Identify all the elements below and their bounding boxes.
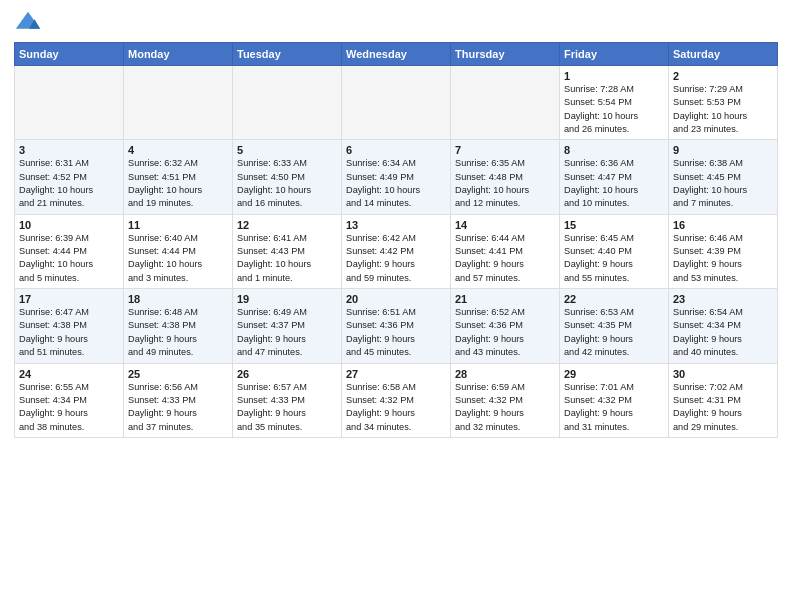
calendar-cell: 23Sunrise: 6:54 AM Sunset: 4:34 PM Dayli… [669, 289, 778, 363]
logo [14, 10, 46, 38]
day-info: Sunrise: 6:39 AM Sunset: 4:44 PM Dayligh… [19, 232, 119, 285]
day-info: Sunrise: 6:42 AM Sunset: 4:42 PM Dayligh… [346, 232, 446, 285]
day-info: Sunrise: 6:47 AM Sunset: 4:38 PM Dayligh… [19, 306, 119, 359]
calendar-cell: 19Sunrise: 6:49 AM Sunset: 4:37 PM Dayli… [233, 289, 342, 363]
day-info: Sunrise: 7:01 AM Sunset: 4:32 PM Dayligh… [564, 381, 664, 434]
day-number: 12 [237, 219, 337, 231]
day-number: 21 [455, 293, 555, 305]
day-number: 20 [346, 293, 446, 305]
day-number: 24 [19, 368, 119, 380]
weekday-header-sunday: Sunday [15, 43, 124, 66]
calendar-cell: 21Sunrise: 6:52 AM Sunset: 4:36 PM Dayli… [451, 289, 560, 363]
calendar-cell: 20Sunrise: 6:51 AM Sunset: 4:36 PM Dayli… [342, 289, 451, 363]
calendar-cell: 17Sunrise: 6:47 AM Sunset: 4:38 PM Dayli… [15, 289, 124, 363]
calendar-cell: 15Sunrise: 6:45 AM Sunset: 4:40 PM Dayli… [560, 214, 669, 288]
day-number: 13 [346, 219, 446, 231]
day-info: Sunrise: 7:02 AM Sunset: 4:31 PM Dayligh… [673, 381, 773, 434]
day-info: Sunrise: 6:55 AM Sunset: 4:34 PM Dayligh… [19, 381, 119, 434]
day-info: Sunrise: 6:52 AM Sunset: 4:36 PM Dayligh… [455, 306, 555, 359]
calendar-cell: 24Sunrise: 6:55 AM Sunset: 4:34 PM Dayli… [15, 363, 124, 437]
day-number: 2 [673, 70, 773, 82]
week-row-5: 24Sunrise: 6:55 AM Sunset: 4:34 PM Dayli… [15, 363, 778, 437]
day-number: 18 [128, 293, 228, 305]
weekday-header-row: SundayMondayTuesdayWednesdayThursdayFrid… [15, 43, 778, 66]
day-info: Sunrise: 6:33 AM Sunset: 4:50 PM Dayligh… [237, 157, 337, 210]
day-number: 28 [455, 368, 555, 380]
page-container: SundayMondayTuesdayWednesdayThursdayFrid… [0, 0, 792, 444]
week-row-3: 10Sunrise: 6:39 AM Sunset: 4:44 PM Dayli… [15, 214, 778, 288]
day-number: 3 [19, 144, 119, 156]
day-info: Sunrise: 6:38 AM Sunset: 4:45 PM Dayligh… [673, 157, 773, 210]
day-info: Sunrise: 6:36 AM Sunset: 4:47 PM Dayligh… [564, 157, 664, 210]
calendar-cell: 29Sunrise: 7:01 AM Sunset: 4:32 PM Dayli… [560, 363, 669, 437]
day-number: 17 [19, 293, 119, 305]
day-number: 23 [673, 293, 773, 305]
day-info: Sunrise: 6:34 AM Sunset: 4:49 PM Dayligh… [346, 157, 446, 210]
calendar-cell: 7Sunrise: 6:35 AM Sunset: 4:48 PM Daylig… [451, 140, 560, 214]
day-number: 15 [564, 219, 664, 231]
calendar-cell: 5Sunrise: 6:33 AM Sunset: 4:50 PM Daylig… [233, 140, 342, 214]
day-info: Sunrise: 6:48 AM Sunset: 4:38 PM Dayligh… [128, 306, 228, 359]
calendar-cell: 30Sunrise: 7:02 AM Sunset: 4:31 PM Dayli… [669, 363, 778, 437]
calendar-cell: 12Sunrise: 6:41 AM Sunset: 4:43 PM Dayli… [233, 214, 342, 288]
calendar-cell: 6Sunrise: 6:34 AM Sunset: 4:49 PM Daylig… [342, 140, 451, 214]
day-info: Sunrise: 7:29 AM Sunset: 5:53 PM Dayligh… [673, 83, 773, 136]
calendar-cell: 14Sunrise: 6:44 AM Sunset: 4:41 PM Dayli… [451, 214, 560, 288]
week-row-1: 1Sunrise: 7:28 AM Sunset: 5:54 PM Daylig… [15, 66, 778, 140]
day-number: 11 [128, 219, 228, 231]
day-info: Sunrise: 6:53 AM Sunset: 4:35 PM Dayligh… [564, 306, 664, 359]
weekday-header-saturday: Saturday [669, 43, 778, 66]
day-number: 22 [564, 293, 664, 305]
weekday-header-wednesday: Wednesday [342, 43, 451, 66]
week-row-2: 3Sunrise: 6:31 AM Sunset: 4:52 PM Daylig… [15, 140, 778, 214]
day-info: Sunrise: 6:59 AM Sunset: 4:32 PM Dayligh… [455, 381, 555, 434]
day-info: Sunrise: 6:45 AM Sunset: 4:40 PM Dayligh… [564, 232, 664, 285]
weekday-header-thursday: Thursday [451, 43, 560, 66]
day-info: Sunrise: 6:54 AM Sunset: 4:34 PM Dayligh… [673, 306, 773, 359]
calendar-cell: 28Sunrise: 6:59 AM Sunset: 4:32 PM Dayli… [451, 363, 560, 437]
day-number: 7 [455, 144, 555, 156]
day-number: 19 [237, 293, 337, 305]
weekday-header-tuesday: Tuesday [233, 43, 342, 66]
day-number: 16 [673, 219, 773, 231]
day-number: 14 [455, 219, 555, 231]
day-info: Sunrise: 6:58 AM Sunset: 4:32 PM Dayligh… [346, 381, 446, 434]
day-number: 5 [237, 144, 337, 156]
calendar-cell: 2Sunrise: 7:29 AM Sunset: 5:53 PM Daylig… [669, 66, 778, 140]
day-number: 9 [673, 144, 773, 156]
calendar-cell: 22Sunrise: 6:53 AM Sunset: 4:35 PM Dayli… [560, 289, 669, 363]
day-number: 1 [564, 70, 664, 82]
calendar-cell [124, 66, 233, 140]
calendar-cell: 11Sunrise: 6:40 AM Sunset: 4:44 PM Dayli… [124, 214, 233, 288]
calendar-table: SundayMondayTuesdayWednesdayThursdayFrid… [14, 42, 778, 438]
day-info: Sunrise: 6:31 AM Sunset: 4:52 PM Dayligh… [19, 157, 119, 210]
weekday-header-monday: Monday [124, 43, 233, 66]
calendar-cell: 4Sunrise: 6:32 AM Sunset: 4:51 PM Daylig… [124, 140, 233, 214]
day-info: Sunrise: 6:49 AM Sunset: 4:37 PM Dayligh… [237, 306, 337, 359]
day-info: Sunrise: 7:28 AM Sunset: 5:54 PM Dayligh… [564, 83, 664, 136]
calendar-cell: 9Sunrise: 6:38 AM Sunset: 4:45 PM Daylig… [669, 140, 778, 214]
calendar-cell: 13Sunrise: 6:42 AM Sunset: 4:42 PM Dayli… [342, 214, 451, 288]
day-number: 10 [19, 219, 119, 231]
calendar-cell [15, 66, 124, 140]
calendar-cell: 3Sunrise: 6:31 AM Sunset: 4:52 PM Daylig… [15, 140, 124, 214]
day-info: Sunrise: 6:32 AM Sunset: 4:51 PM Dayligh… [128, 157, 228, 210]
day-number: 4 [128, 144, 228, 156]
day-number: 30 [673, 368, 773, 380]
day-info: Sunrise: 6:57 AM Sunset: 4:33 PM Dayligh… [237, 381, 337, 434]
calendar-cell [451, 66, 560, 140]
logo-icon [14, 10, 42, 38]
day-info: Sunrise: 6:40 AM Sunset: 4:44 PM Dayligh… [128, 232, 228, 285]
calendar-cell: 18Sunrise: 6:48 AM Sunset: 4:38 PM Dayli… [124, 289, 233, 363]
day-info: Sunrise: 6:44 AM Sunset: 4:41 PM Dayligh… [455, 232, 555, 285]
day-number: 27 [346, 368, 446, 380]
day-number: 26 [237, 368, 337, 380]
calendar-cell [342, 66, 451, 140]
header [14, 10, 778, 38]
calendar-cell: 26Sunrise: 6:57 AM Sunset: 4:33 PM Dayli… [233, 363, 342, 437]
day-info: Sunrise: 6:35 AM Sunset: 4:48 PM Dayligh… [455, 157, 555, 210]
weekday-header-friday: Friday [560, 43, 669, 66]
day-info: Sunrise: 6:41 AM Sunset: 4:43 PM Dayligh… [237, 232, 337, 285]
calendar-cell: 8Sunrise: 6:36 AM Sunset: 4:47 PM Daylig… [560, 140, 669, 214]
calendar-cell: 10Sunrise: 6:39 AM Sunset: 4:44 PM Dayli… [15, 214, 124, 288]
